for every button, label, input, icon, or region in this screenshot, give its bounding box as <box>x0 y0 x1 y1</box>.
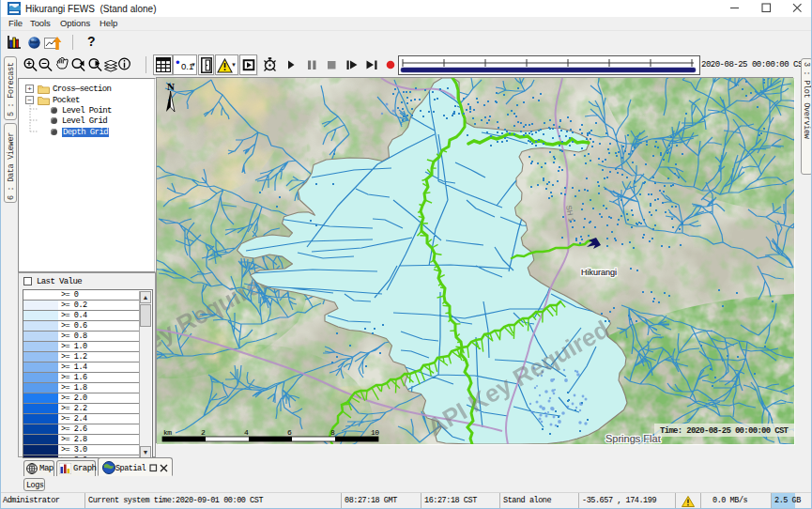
svg-text:Hikurangi: Hikurangi <box>581 268 617 277</box>
svg-text:10: 10 <box>371 428 379 437</box>
svg-text:2: 2 <box>201 428 206 437</box>
svg-text:8: 8 <box>330 428 335 437</box>
svg-text:4: 4 <box>244 428 249 437</box>
svg-text:Time: 2020-08-25 00:00:00 CST: Time: 2020-08-25 00:00:00 CST <box>660 426 789 436</box>
svg-text:km: km <box>163 428 172 437</box>
svg-text:Springs Flat: Springs Flat <box>605 433 661 444</box>
svg-text:N: N <box>167 81 175 92</box>
svg-text:6: 6 <box>287 428 292 437</box>
